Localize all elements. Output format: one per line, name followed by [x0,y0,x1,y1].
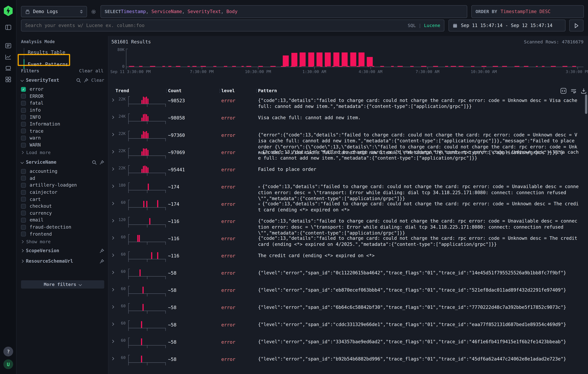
pattern-text[interactable]: The credit card (ending <*> expired on <… [258,253,579,259]
service-option-ad[interactable]: ad [21,175,105,182]
checkbox[interactable] [21,115,26,120]
pattern-row[interactable]: 180~174error×{"code":13,"details":"faile… [108,182,585,199]
service-option-email[interactable]: email [21,217,105,224]
pattern-row[interactable]: 22K~97360error{"error":{"code":13,"detai… [108,130,585,147]
histogram-bar[interactable] [342,53,348,66]
checkbox[interactable] [21,225,26,229]
service-option-accounting[interactable]: accounting [21,168,105,175]
mode-results-table[interactable]: Results Table [21,48,104,57]
service-show-more[interactable]: Show more [21,238,51,245]
histogram-bar[interactable] [308,53,314,66]
pattern-row[interactable]: 22K~97069error×{"code":13,"details":"fai… [108,147,585,164]
user-avatar[interactable]: U [3,359,13,369]
col-resize-handle[interactable]: ⋮ [254,88,259,93]
scrollbar-thumb[interactable] [585,94,587,114]
checkbox[interactable] [21,94,26,99]
service-option-artillery-loadgen[interactable]: artillery-loadgen [21,182,105,189]
pin-icon[interactable] [99,248,104,253]
pattern-text[interactable]: {"code":13,"details":"failed to charge c… [258,98,579,110]
pattern-row[interactable]: 60~58error{"level":"error","span_id":"0c… [108,268,585,285]
sql-select-editor[interactable]: SELECT Timestamp, ServiceName, SeverityT… [101,5,467,18]
wrap-lines-icon[interactable] [570,88,577,94]
severity-option-INFO[interactable]: INFO [21,114,105,121]
clear-all-button[interactable]: Clear all [79,68,104,73]
checkbox[interactable] [21,101,26,106]
checkbox-checked[interactable]: ✓ [21,87,26,92]
checkbox[interactable] [21,232,26,236]
severity-clear-button[interactable]: Clear [91,78,104,83]
pattern-row[interactable]: 120~116error{"code":13,"details":"failed… [108,216,585,233]
date-range-picker[interactable]: Sep 11 15:47:14 - Sep 12 15:47:14 [448,20,565,31]
histogram-bar[interactable] [333,52,339,66]
pattern-row[interactable]: 22K~95441errorFailed to place order [108,164,585,182]
col-resize-handle[interactable]: ⋮ [164,88,169,93]
more-filters-button[interactable]: More filters [21,280,104,289]
search-icon[interactable] [92,160,97,165]
mode-event-patterns[interactable]: Event Patterns [21,60,104,69]
run-query-button[interactable] [569,20,583,31]
search-logs-icon[interactable] [5,42,11,49]
download-icon[interactable] [581,88,587,94]
pattern-text[interactable]: ×{"code":13,"details":"failed to charge … [258,150,579,161]
histogram-bar[interactable] [367,57,373,66]
pattern-text[interactable]: Failed to place order [258,167,579,173]
histogram-bar[interactable] [358,53,365,66]
pattern-row[interactable]: 22K~98523error{"code":13,"details":"fail… [108,95,585,113]
checkbox[interactable] [21,129,26,133]
severity-option-fatal[interactable]: fatal [21,100,105,107]
checkbox[interactable] [21,143,26,147]
scopeversion-section-header[interactable]: ScopeVersion [21,248,104,253]
histogram-bar[interactable] [325,53,331,66]
lang-toggle-lucene[interactable]: Lucene [424,23,440,28]
lang-toggle-sql[interactable]: SQL [408,23,416,28]
pattern-row[interactable]: 60~58error{"level":"error","span_id":"eb… [108,285,585,302]
pattern-row[interactable]: 60~116errorThe credit card (ending <*> e… [108,251,585,268]
search-icon[interactable] [76,78,81,82]
pattern-row[interactable]: 24K~98058errorVisa cache full: cannot ad… [108,113,585,130]
service-option-checkout[interactable]: checkout [21,203,105,210]
sidebar-toggle-icon[interactable] [5,24,11,31]
dashboards-icon[interactable] [5,65,11,71]
chart-explorer-icon[interactable] [5,54,11,60]
resourceschemaurl-section-header[interactable]: ResourceSchemaUrl [21,259,104,264]
pattern-text[interactable]: {"level":"error","span_id":"cddc331329e6… [258,322,579,328]
checkbox[interactable] [21,122,26,127]
services-grid-icon[interactable] [5,76,11,83]
app-logo-icon[interactable] [3,6,13,16]
histogram-bar[interactable] [283,56,289,66]
pattern-text[interactable]: ×{"code":13,"details":"failed to charge … [258,201,579,213]
service-option-currency[interactable]: currency [21,210,105,217]
gear-icon[interactable] [91,9,96,15]
col-header-trend[interactable]: Trend [116,88,129,93]
histogram-bar[interactable] [350,52,356,66]
histogram-bar[interactable] [291,53,297,66]
histogram-bar[interactable] [316,52,323,66]
pattern-row[interactable]: 60~116error{"code":13,"details":"failed … [108,233,585,251]
pattern-row[interactable]: 60~58error{"level":"error","span_id":"33… [108,337,585,354]
checkbox[interactable] [21,183,26,188]
pattern-text[interactable]: {"level":"error","span_id":"6b64c6c58842… [258,305,579,311]
severity-option-error[interactable]: ✓error [21,86,105,93]
pin-icon[interactable] [84,78,89,82]
pattern-row[interactable]: 60~58error{"level":"error","span_id":"cd… [108,320,585,337]
checkbox[interactable] [21,176,26,181]
severity-option-trace[interactable]: trace [21,128,105,135]
severity-option-WARN[interactable]: WARN [21,142,105,149]
pattern-row[interactable]: 60~58error{"level":"error","span_id":"b9… [108,354,585,371]
severity-option-ERROR[interactable]: ERROR [21,93,105,100]
pattern-text[interactable]: {"level":"error","span_id":"b92b54b6882b… [258,356,579,362]
pattern-row[interactable]: 60~174error×{"code":13,"details":"failed… [108,199,585,216]
pattern-text[interactable]: {"level":"error","span_id":"eb870ecef063… [258,287,579,293]
service-option-cainjector[interactable]: cainjector [21,189,105,196]
service-option-cart[interactable]: cart [21,196,105,203]
source-select[interactable]: Demo Logs [21,6,87,17]
results-histogram[interactable]: 80K 0 Sep 11 3:30:00 PM7:30:00 PM10:30:0… [126,49,584,67]
search-input[interactable] [25,23,408,28]
order-by-editor[interactable]: ORDER BY TimestampTime DESC [471,5,584,18]
checkbox[interactable] [21,169,26,174]
pattern-text[interactable]: Visa cache full: cannot add new item. [258,115,579,121]
col-header-level[interactable]: level [221,88,235,93]
checkbox[interactable] [21,211,26,215]
severity-load-more[interactable]: Load more [21,149,51,156]
checkbox[interactable] [21,190,26,195]
